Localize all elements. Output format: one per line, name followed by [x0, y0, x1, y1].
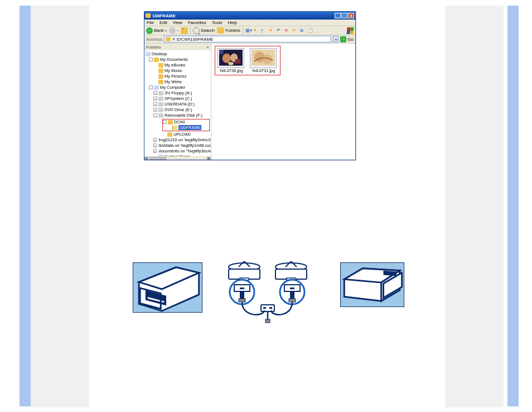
folder-tree[interactable]: Desktop -My Documents My eBooks My Music…	[144, 50, 211, 156]
svg-rect-34	[265, 319, 270, 323]
svg-rect-33	[269, 307, 272, 309]
folder-icon	[154, 58, 159, 62]
computer-icon	[154, 85, 159, 90]
file-name: fstL0730.jpg	[217, 68, 245, 73]
folder-icon	[168, 120, 173, 124]
svg-rect-4	[235, 59, 241, 64]
tree-my-computer[interactable]: My Computer	[160, 85, 185, 90]
tree-xpsystem[interactable]: XPSystem (C:)	[165, 96, 192, 101]
svg-rect-23	[240, 288, 244, 289]
svg-rect-32	[263, 307, 266, 309]
tree-scrollbar[interactable]: ◂ ▸	[144, 156, 211, 160]
tree-my-music[interactable]: My Music	[165, 68, 182, 73]
tree-floppy[interactable]: 3½ Floppy (A:)	[165, 90, 192, 95]
window-title: 100FRAME	[152, 13, 176, 18]
folder-icon	[158, 80, 163, 84]
titlebar[interactable]: 100FRAME _ □ X	[144, 12, 355, 20]
menubar: File Edit View Favorites Tools Help	[144, 20, 355, 26]
search-button[interactable]: Search	[193, 27, 215, 34]
back-button[interactable]: ← Back ▾	[146, 27, 167, 34]
folder-icon	[158, 74, 163, 79]
tree-my-documents[interactable]: My Documents	[160, 57, 188, 62]
views-icon[interactable]: ▦▾	[245, 28, 251, 33]
folders-header: Folders	[146, 45, 161, 50]
copy-icon[interactable]: ⧉	[300, 28, 306, 33]
menu-favorites[interactable]: Favorites	[188, 20, 206, 25]
drive-icon	[158, 97, 163, 101]
tool-icon-3[interactable]: ✦	[269, 28, 274, 33]
svg-point-1	[223, 54, 231, 63]
drive-icon	[158, 108, 163, 112]
folder-icon	[146, 13, 151, 18]
folders-icon	[217, 27, 224, 33]
svg-rect-25	[239, 299, 245, 302]
back-label: Back	[154, 28, 164, 33]
svg-rect-30	[289, 299, 296, 302]
folders-pane: Folders × Desktop -My Documents My eBook…	[144, 44, 211, 160]
windows-logo-icon	[346, 27, 354, 34]
tree-desktop[interactable]: Desktop	[152, 51, 167, 56]
minimize-button[interactable]: _	[335, 13, 341, 18]
svg-rect-29	[290, 292, 294, 299]
forward-button[interactable]: → ▾	[169, 27, 178, 34]
menu-file[interactable]: File	[147, 20, 154, 25]
address-input[interactable]: F:\DCIM\100FRAME	[164, 36, 331, 42]
address-dropdown[interactable]: ▾	[333, 36, 338, 42]
file-thumbnail[interactable]: fstL0730.jpg	[217, 48, 245, 73]
close-folders-icon[interactable]: ×	[206, 45, 209, 50]
menu-view[interactable]: View	[173, 20, 182, 25]
tool-icon-1[interactable]: ✴	[253, 28, 259, 33]
undo-icon[interactable]: ↶	[277, 28, 282, 33]
drive-icon	[158, 102, 163, 107]
tree-my-pictures[interactable]: My Pictures	[165, 74, 186, 79]
delete-icon[interactable]: ✕	[284, 28, 290, 33]
card-reader-illustration	[133, 262, 202, 313]
go-button[interactable]: → Go	[340, 36, 354, 42]
explorer-window: 100FRAME _ □ X File Edit View Favorites …	[144, 11, 356, 160]
connection-diagram-illustration	[217, 261, 318, 325]
file-thumbnail[interactable]: fstL0731.jpg	[250, 48, 278, 73]
menu-help[interactable]: Help	[228, 20, 236, 25]
tree-my-ebooks[interactable]: My eBooks	[165, 63, 185, 68]
tree-dcim[interactable]: DCIM	[174, 119, 185, 124]
page-margin-left	[20, 6, 31, 406]
svg-rect-28	[290, 288, 294, 289]
files-pane: fstL0730.jpg fstL0731.jpg	[211, 44, 355, 160]
cut-icon[interactable]: ✄	[292, 28, 298, 33]
svg-point-5	[228, 62, 234, 65]
up-button[interactable]	[181, 27, 188, 34]
drive-icon	[158, 113, 163, 118]
tree-netdrive-j[interactable]: documents on 'Twgtlify3izowi1\web$\revie…	[159, 148, 211, 154]
folders-label: Folders	[225, 28, 240, 33]
usb-plug-illustration	[340, 262, 404, 307]
toolbar: ← Back ▾ → ▾ Search Folders ▦▾ ✴ ƒ ✦ ↶ ✕…	[144, 26, 355, 35]
menu-edit[interactable]: Edit	[159, 20, 167, 25]
file-name: fstL0731.jpg	[250, 68, 278, 73]
address-label: Address	[146, 37, 162, 42]
tree-dvd[interactable]: DVD Drive (E:)	[165, 107, 192, 112]
paste-icon[interactable]: 📋	[308, 28, 313, 33]
page-gutter-right	[445, 6, 504, 408]
folders-button[interactable]: Folders	[217, 27, 240, 33]
page-gutter-left	[31, 6, 89, 408]
page-margin-right	[507, 6, 519, 406]
address-path: F:\DCIM\100FRAME	[172, 37, 213, 42]
folder-icon	[167, 132, 172, 137]
go-icon: →	[340, 36, 346, 42]
menu-tools[interactable]: Tools	[212, 20, 223, 25]
svg-rect-31	[261, 305, 274, 312]
maximize-button[interactable]: □	[341, 13, 347, 18]
tree-upload[interactable]: UPLOAD	[173, 132, 191, 137]
tree-netdrive-h[interactable]: bvg01210 on 'twgtlify3mhz1\home$' (H:)	[159, 137, 211, 142]
close-button[interactable]: X	[348, 13, 354, 18]
tool-icon-2[interactable]: ƒ	[261, 28, 267, 33]
search-label: Search	[201, 28, 215, 33]
search-icon	[193, 27, 200, 34]
tree-netdrive-i[interactable]: testdata on 'twgtlify1mitil.code1.emi.ph…	[159, 143, 211, 148]
tree-100frame[interactable]: 100FRAME	[178, 125, 201, 130]
thumbnail-group: fstL0730.jpg fstL0731.jpg	[215, 46, 280, 75]
address-bar: Address F:\DCIM\100FRAME ▾ → Go	[144, 35, 355, 44]
tree-my-webs[interactable]: My Webs	[165, 79, 182, 84]
tree-removable[interactable]: Removable Disk (F:)	[165, 113, 202, 118]
tree-userdata[interactable]: USERDATA (D:)	[165, 102, 195, 107]
